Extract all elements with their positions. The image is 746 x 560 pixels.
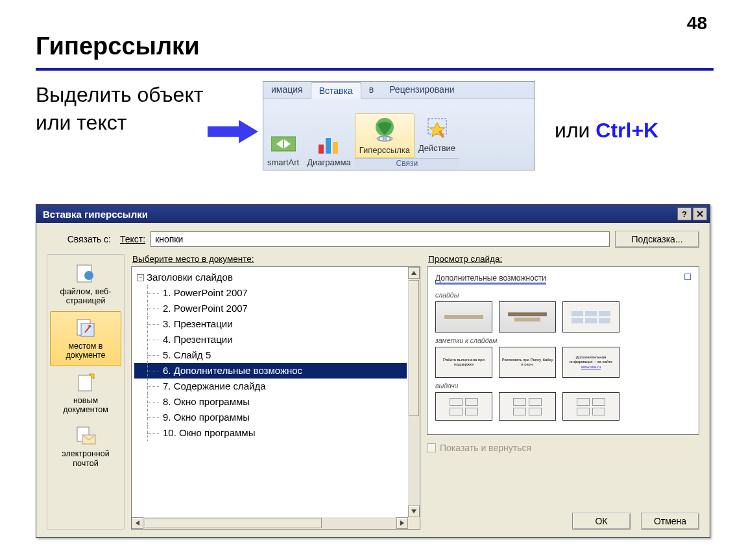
svg-marker-26 (136, 520, 139, 526)
chevron-down-icon (411, 509, 416, 513)
svg-marker-25 (411, 509, 416, 513)
svg-marker-0 (208, 120, 258, 143)
tree-item[interactable]: 7. Содержание слайда (134, 379, 407, 394)
tree-item[interactable]: 9. Окно программы (134, 410, 407, 425)
tree-vscrollbar[interactable] (408, 267, 420, 517)
preview-thumb (562, 301, 620, 332)
ribbon-tabs: имация Вставка в Рецензировани (263, 82, 535, 99)
ribbon-item-label: Действие (418, 143, 455, 153)
tree-root-label: Заголовки слайдов (147, 270, 233, 285)
ribbon-tab-view[interactable]: в (361, 82, 381, 98)
insert-hyperlink-dialog: Вставка гиперссылки ? Связать с: Текст: … (36, 204, 710, 538)
sidebar-item-new-doc[interactable]: новым документом (50, 366, 121, 420)
tree-item[interactable]: 5. Слайд 5 (134, 347, 407, 363)
chevron-left-icon (136, 520, 139, 526)
doc-tree: − Заголовки слайдов 1. PowerPoint 20072.… (131, 266, 420, 530)
or-shortcut: или Ctrl+K (555, 119, 658, 143)
svg-rect-6 (333, 142, 338, 154)
display-text-input[interactable] (150, 231, 610, 247)
help-button[interactable]: ? (677, 207, 692, 220)
preview-section-handouts: выдачи (435, 382, 691, 390)
tree-item[interactable]: 2. PowerPoint 2007 (134, 301, 407, 316)
email-icon (75, 426, 97, 445)
preview-thumb (499, 301, 556, 332)
svg-point-16 (84, 271, 93, 280)
tree-item[interactable]: 6. Дополнительные возможнос (134, 363, 407, 379)
chevron-right-icon (400, 520, 404, 526)
svg-rect-9 (379, 137, 383, 141)
tree-item[interactable]: 8. Окно программы (134, 394, 407, 410)
scroll-up-button[interactable] (408, 267, 420, 279)
sidebar-item-email[interactable]: электронной почтой (50, 419, 121, 473)
title-rule (36, 68, 714, 71)
svg-marker-27 (400, 520, 404, 526)
preview-thumb (435, 301, 492, 332)
scroll-left-button[interactable] (132, 517, 143, 529)
file-web-icon (75, 264, 97, 283)
tree-root[interactable]: − Заголовки слайдов (134, 270, 407, 285)
tree-item[interactable]: 10. Окно программы (134, 425, 407, 441)
ribbon-tab-animation[interactable]: имация (263, 82, 311, 98)
chevron-up-icon (411, 271, 416, 275)
page-title: Гиперссылки (36, 32, 200, 60)
link-to-sidebar: файлом, веб-страницей местом в документе (47, 254, 125, 530)
ribbon-item-smartart[interactable]: smartArt (263, 100, 303, 170)
preview-thumb (499, 392, 556, 421)
link-with-label: Связать с: (47, 234, 115, 244)
ribbon-item-action[interactable]: Действие (415, 113, 459, 156)
screentip-button[interactable]: Подсказка... (615, 231, 699, 248)
dialog-title: Вставка гиперссылки (43, 209, 148, 220)
ribbon-item-label: smartArt (267, 158, 299, 167)
scroll-right-button[interactable] (396, 517, 408, 529)
svg-rect-10 (386, 137, 390, 141)
globe-link-icon (371, 117, 398, 143)
ribbon-body: smartArt Диаграмма Г (263, 99, 535, 170)
preview-thumb (435, 392, 492, 421)
ribbon-item-chart[interactable]: Диаграмма (303, 100, 355, 170)
svg-rect-20 (78, 375, 91, 391)
slide-preview: Дополнительные возможности слайды заметк… (427, 266, 699, 435)
select-place-label: Выберите место в документе: (132, 254, 420, 264)
preview-thumb (562, 392, 620, 421)
ok-button[interactable]: ОК (572, 513, 631, 530)
show-return-checkbox (427, 443, 436, 452)
scroll-down-button[interactable] (408, 506, 420, 517)
close-icon (697, 211, 703, 217)
sidebar-item-label: файлом, веб-страницей (51, 287, 120, 306)
scroll-corner (408, 517, 420, 529)
sidebar-item-file-web[interactable]: файлом, веб-страницей (50, 257, 121, 311)
dialog-titlebar: Вставка гиперссылки ? (36, 205, 710, 223)
sidebar-item-place-in-doc[interactable]: местом в документе (50, 311, 121, 366)
preview-thumb: Дополнительная информация – на сайте www… (562, 347, 620, 378)
tree-item[interactable]: 4. Презентации (134, 332, 407, 347)
ribbon-item-label: Гиперссылка (359, 145, 410, 155)
new-doc-icon (75, 373, 97, 392)
preview-label: Просмотр слайда: (428, 254, 699, 264)
ribbon-tab-review[interactable]: Рецензировани (381, 82, 462, 98)
tree-item[interactable]: 3. Презентации (134, 316, 407, 332)
vscroll-thumb[interactable] (409, 280, 419, 416)
collapse-icon[interactable]: − (137, 274, 144, 281)
show-return-label: Показать и вернуться (440, 443, 531, 453)
sidebar-item-label: электронной почтой (51, 449, 120, 468)
preview-slide-title: Дополнительные возможности (435, 274, 546, 285)
preview-section-slides: слайды (435, 291, 691, 299)
text-label: Текст: (120, 234, 145, 244)
intro-text: Выделить объект или текст (36, 81, 230, 137)
cancel-button[interactable]: Отмена (641, 513, 699, 530)
ribbon: имация Вставка в Рецензировани smartArt … (263, 81, 535, 170)
svg-rect-1 (271, 137, 296, 151)
preview-section-notes: заметки к слайдам (435, 336, 691, 344)
tree-item[interactable]: 1. PowerPoint 2007 (134, 285, 407, 301)
close-button[interactable] (693, 207, 707, 220)
sidebar-item-label: новым документом (51, 396, 120, 415)
hscroll-thumb[interactable] (145, 518, 322, 528)
preview-link: www.site.ru (581, 365, 601, 369)
svg-rect-4 (319, 145, 324, 154)
tree-hscrollbar[interactable] (132, 517, 408, 529)
ribbon-item-label: Диаграмма (307, 158, 351, 167)
ribbon-item-hyperlink[interactable]: Гиперссылка (355, 113, 415, 158)
preview-thumb: Работа выполнена при поддержке (435, 347, 492, 378)
page-number: 48 (687, 13, 707, 34)
ribbon-tab-insert[interactable]: Вставка (311, 82, 361, 99)
